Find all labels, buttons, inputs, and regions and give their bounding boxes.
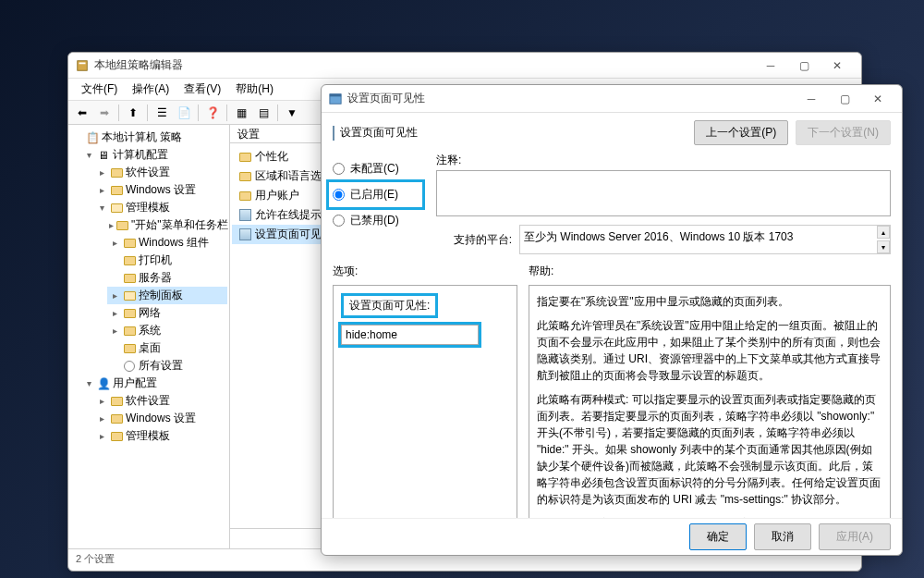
dialog-body: 设置页面可见性 上一个设置(P) 下一个设置(N) 未配置(C) 已启用(E) …: [322, 113, 902, 518]
folder-icon: [116, 219, 128, 232]
svg-rect-1: [79, 62, 86, 64]
dialog-subtitle: 设置页面可见性: [340, 125, 418, 141]
maximize-button[interactable]: ▢: [828, 89, 861, 109]
options-panel: 设置页面可见性:: [333, 285, 517, 518]
close-button[interactable]: ✕: [861, 89, 894, 109]
filter-icon[interactable]: ▼: [282, 104, 302, 122]
tree-admin-templates[interactable]: ▾管理模板: [94, 199, 227, 216]
settings-icon: [123, 360, 136, 373]
apply-button[interactable]: 应用(A): [819, 523, 891, 550]
folder-icon: [110, 202, 123, 215]
cancel-button[interactable]: 取消: [754, 523, 811, 550]
tree-item[interactable]: ▸Windows 设置: [94, 181, 227, 199]
tree-item[interactable]: ▸Windows 设置: [94, 410, 227, 427]
help-panel[interactable]: 指定要在"系统设置"应用中显示或隐藏的页面列表。 此策略允许管理员在"系统设置"…: [529, 285, 891, 518]
up-icon[interactable]: ⬆: [123, 104, 143, 122]
prev-setting-button[interactable]: 上一个设置(P): [694, 120, 788, 145]
tree-label: 软件设置: [126, 393, 170, 409]
supported-text: 至少为 Windows Server 2016、Windows 10 版本 17…: [524, 230, 793, 243]
tree-item[interactable]: ▸Windows 组件: [107, 234, 227, 252]
tree-label: 打印机: [139, 252, 172, 268]
tree-item[interactable]: ▸网络: [107, 304, 227, 322]
tree-label: Windows 设置: [126, 182, 196, 198]
next-setting-button[interactable]: 下一个设置(N): [796, 120, 891, 145]
policy-dialog: 设置页面可见性 ─ ▢ ✕ 设置页面可见性 上一个设置(P) 下一个设置(N) …: [321, 84, 903, 556]
radio-label: 已禁用(D): [350, 213, 399, 228]
folder-icon: [110, 184, 123, 197]
tree-item[interactable]: 所有设置: [107, 357, 227, 375]
comment-label: 注释:: [436, 153, 891, 168]
folder-icon: [123, 237, 136, 250]
help-icon[interactable]: ❓: [202, 104, 223, 122]
radio-not-configured[interactable]: 未配置(C): [333, 158, 425, 179]
tree-label: 用户配置: [113, 375, 157, 391]
minimize-button[interactable]: ─: [795, 89, 828, 109]
policy-tree[interactable]: 📋本地计算机 策略 ▾🖥计算机配置 ▸软件设置 ▸Windows 设置 ▾管理模…: [68, 125, 230, 548]
computer-icon: 🖥: [97, 149, 110, 162]
comment-section: 注释: 支持的平台: 至少为 Windows Server 2016、Windo…: [436, 153, 891, 254]
show-hide-icon[interactable]: ☰: [152, 104, 172, 122]
tree-control-panel[interactable]: ▸控制面板: [107, 287, 227, 304]
page-visibility-input[interactable]: [341, 325, 479, 345]
ok-button[interactable]: 确定: [689, 523, 747, 550]
menu-view[interactable]: 查看(V): [176, 80, 228, 99]
option-field-label: 设置页面可见性:: [349, 299, 430, 312]
options-header: 选项:: [333, 264, 517, 279]
scroll-down-icon[interactable]: ▾: [877, 240, 890, 253]
menu-help[interactable]: 帮助(H): [228, 80, 281, 99]
gpedit-title: 本地组策略编辑器: [94, 57, 754, 73]
menu-action[interactable]: 操作(A): [125, 80, 176, 99]
tree-user-config[interactable]: ▾👤用户配置: [81, 375, 227, 392]
minimize-button[interactable]: ─: [754, 55, 787, 76]
tree-item[interactable]: 服务器: [107, 269, 227, 287]
tree-item[interactable]: ▸"开始"菜单和任务栏: [107, 216, 227, 234]
tree-computer-config[interactable]: ▾🖥计算机配置: [81, 146, 227, 164]
tree-label: 网络: [139, 305, 161, 321]
dialog-title: 设置页面可见性: [347, 91, 795, 106]
folder-icon: [110, 430, 123, 443]
radio-enabled[interactable]: 已启用(E): [333, 184, 419, 205]
folder-icon: [123, 325, 136, 338]
policy-icon: 📋: [86, 131, 99, 144]
tree-label: Windows 组件: [139, 235, 209, 251]
tree-label: "开始"菜单和任务栏: [131, 217, 228, 233]
help-header: 帮助:: [529, 264, 891, 279]
forward-icon[interactable]: ➡: [94, 104, 115, 122]
tree-item[interactable]: ▸系统: [107, 322, 227, 339]
radio-label: 未配置(C): [350, 161, 399, 177]
tree-root[interactable]: 📋本地计算机 策略: [70, 129, 227, 146]
tree-item[interactable]: 打印机: [107, 252, 227, 269]
setting-icon: [238, 228, 251, 241]
help-text: 示例: 若要指定只显示"关于"和"蓝牙"页面(它们各自的 URI 为 ms-se…: [537, 515, 882, 518]
state-radio-group: 未配置(C) 已启用(E) 已禁用(D): [333, 153, 425, 254]
close-button[interactable]: ✕: [821, 55, 854, 76]
dialog-icon: [329, 92, 342, 105]
item-label: 个性化: [255, 149, 288, 165]
list-icon[interactable]: ▤: [253, 104, 274, 122]
folder-icon: [110, 166, 123, 179]
export-icon[interactable]: 📄: [174, 104, 194, 122]
scroll-up-icon[interactable]: ▴: [877, 226, 890, 239]
tree-item[interactable]: ▸软件设置: [94, 392, 227, 410]
comment-textarea[interactable]: [436, 170, 891, 216]
menu-file[interactable]: 文件(F): [74, 80, 125, 99]
folder-icon: [123, 289, 136, 302]
maximize-button[interactable]: ▢: [787, 55, 821, 76]
tree-item[interactable]: 桌面: [107, 339, 227, 357]
dialog-titlebar[interactable]: 设置页面可见性 ─ ▢ ✕: [322, 85, 902, 113]
back-icon[interactable]: ⬅: [72, 104, 92, 122]
dialog-footer: 确定 取消 应用(A): [322, 518, 902, 555]
gpedit-titlebar[interactable]: 本地组策略编辑器 ─ ▢ ✕: [68, 53, 861, 79]
tree-label: 控制面板: [139, 288, 183, 303]
tree-item[interactable]: ▸管理模板: [94, 427, 227, 445]
gpedit-icon: [76, 59, 89, 72]
radio-disabled[interactable]: 已禁用(D): [333, 210, 425, 231]
tree-label: 所有设置: [139, 358, 183, 374]
dialog-window-controls: ─ ▢ ✕: [795, 89, 894, 109]
tree-label: Windows 设置: [126, 411, 196, 426]
folder-icon: [238, 170, 251, 183]
tree-label: 管理模板: [126, 428, 170, 444]
properties-icon[interactable]: ▦: [231, 104, 251, 122]
tree-item[interactable]: ▸软件设置: [94, 164, 227, 181]
tree-label: 系统: [139, 323, 161, 338]
